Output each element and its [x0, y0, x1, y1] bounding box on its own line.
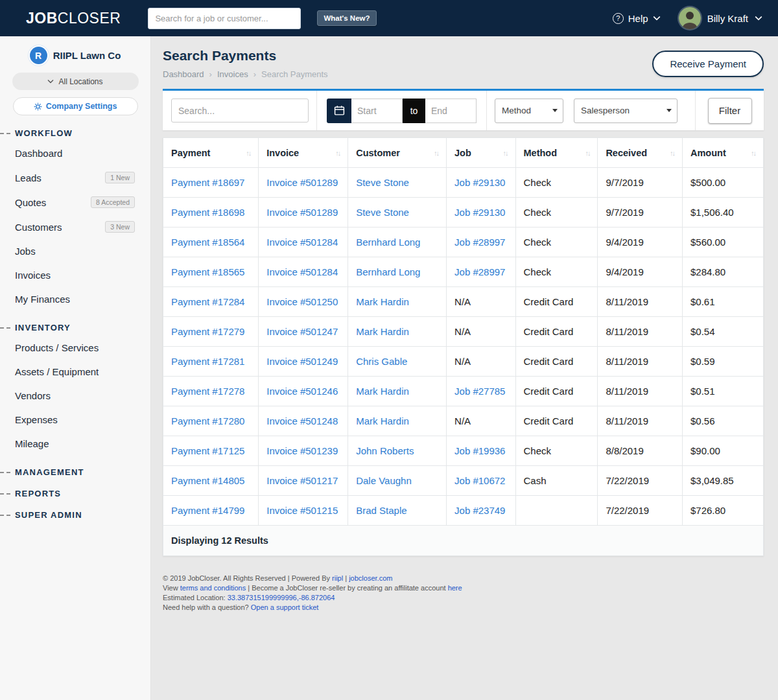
job-link[interactable]: Job #23749 — [454, 505, 505, 516]
company-settings-button[interactable]: Company Settings — [13, 97, 138, 115]
sidebar-item-vendors[interactable]: Vendors — [0, 384, 150, 408]
method-cell: Credit Card — [515, 317, 598, 347]
filter-search-input[interactable] — [171, 99, 309, 122]
filter-button[interactable]: Filter — [708, 98, 752, 124]
support-ticket-link[interactable]: Open a support ticket — [251, 603, 319, 611]
sidebar-item-invoices[interactable]: Invoices — [0, 263, 150, 287]
payment-link[interactable]: Payment #17281 — [171, 356, 244, 367]
customer-link[interactable]: Dale Vaughn — [356, 475, 412, 486]
payment-link[interactable]: Payment #18697 — [171, 177, 244, 188]
help-menu[interactable]: ? Help — [613, 13, 661, 24]
column-header-received[interactable]: Received↑↓ — [598, 138, 683, 168]
invoice-link[interactable]: Invoice #501249 — [266, 356, 338, 367]
job-cell: Job #29130 — [447, 168, 515, 198]
chevron-down-icon — [653, 16, 661, 21]
invoice-link[interactable]: Invoice #501289 — [266, 207, 338, 218]
customer-link[interactable]: Steve Stone — [356, 177, 409, 188]
sidebar-item-leads[interactable]: Leads1 New — [0, 165, 150, 190]
column-header-amount[interactable]: Amount↑↓ — [682, 138, 763, 168]
section-dash-icon — [0, 327, 10, 329]
method-select[interactable]: Method — [495, 99, 563, 123]
payment-link[interactable]: Payment #17279 — [171, 326, 244, 337]
invoice-link[interactable]: Invoice #501284 — [266, 266, 338, 277]
sidebar-item-customers[interactable]: Customers3 New — [0, 215, 150, 239]
customer-link[interactable]: Mark Hardin — [356, 296, 409, 307]
job-link[interactable]: Job #10672 — [454, 475, 505, 486]
calendar-button[interactable] — [327, 99, 351, 123]
job-link[interactable]: Job #27785 — [454, 386, 505, 397]
payment-link[interactable]: Payment #17280 — [171, 415, 244, 426]
affiliate-link[interactable]: here — [448, 584, 462, 592]
end-date-input[interactable] — [425, 99, 477, 123]
sidebar-item-quotes[interactable]: Quotes8 Accepted — [0, 190, 150, 215]
footer-text: | Become a JobCloser re-seller by creati… — [246, 584, 447, 592]
column-header-job[interactable]: Job↑↓ — [447, 138, 515, 168]
customer-cell: Dale Vaughn — [348, 466, 447, 496]
sidebar-item-assets-equipment[interactable]: Assets / Equipment — [0, 360, 150, 384]
customer-link[interactable]: Brad Staple — [356, 505, 407, 516]
method-cell: Check — [515, 436, 598, 466]
customer-link[interactable]: Mark Hardin — [356, 326, 409, 337]
sidebar-item-jobs[interactable]: Jobs — [0, 239, 150, 263]
invoice-link[interactable]: Invoice #501250 — [266, 296, 338, 307]
invoice-link[interactable]: Invoice #501239 — [266, 445, 338, 456]
payment-link[interactable]: Payment #17278 — [171, 386, 244, 397]
riipl-link[interactable]: riipl — [332, 574, 343, 582]
payment-cell: Payment #18697 — [163, 168, 259, 198]
payment-link[interactable]: Payment #18564 — [171, 237, 244, 248]
payment-link[interactable]: Payment #14805 — [171, 475, 244, 486]
user-menu[interactable]: Billy Kraft — [679, 7, 762, 29]
customer-link[interactable]: Steve Stone — [356, 207, 409, 218]
sidebar-item-products-services[interactable]: Products / Services — [0, 336, 150, 360]
column-header-method[interactable]: Method↑↓ — [515, 138, 598, 168]
payment-link[interactable]: Payment #17284 — [171, 296, 244, 307]
job-link[interactable]: Job #28997 — [454, 266, 505, 277]
sidebar-item-my-finances[interactable]: My Finances — [0, 287, 150, 311]
invoice-link[interactable]: Invoice #501247 — [266, 326, 338, 337]
app-logo[interactable]: JOBCLOSER — [26, 10, 121, 27]
job-link[interactable]: Job #29130 — [454, 177, 505, 188]
invoice-link[interactable]: Invoice #501289 — [266, 177, 338, 188]
receive-payment-button[interactable]: Receive Payment — [652, 51, 764, 77]
salesperson-select[interactable]: Salesperson — [574, 99, 678, 123]
sidebar-item-dashboard[interactable]: Dashboard — [0, 141, 150, 165]
payment-link[interactable]: Payment #17125 — [171, 445, 244, 456]
invoice-link[interactable]: Invoice #501248 — [266, 415, 338, 426]
footer-text: | — [343, 574, 349, 582]
top-navbar: JOBCLOSER What's New? ? Help Billy Kraft — [0, 0, 778, 36]
payment-link[interactable]: Payment #18698 — [171, 207, 244, 218]
terms-link[interactable]: terms and conditions — [180, 584, 246, 592]
customer-link[interactable]: Mark Hardin — [356, 386, 409, 397]
invoice-link[interactable]: Invoice #501217 — [266, 475, 338, 486]
global-search-input[interactable] — [148, 8, 301, 29]
all-locations-dropdown[interactable]: All Locations — [12, 73, 139, 90]
customer-link[interactable]: Bernhard Long — [356, 266, 420, 277]
sidebar-section-management: MANAGEMENT — [0, 467, 150, 477]
column-header-customer[interactable]: Customer↑↓ — [348, 138, 447, 168]
job-link[interactable]: Job #29130 — [454, 207, 505, 218]
column-header-invoice[interactable]: Invoice↑↓ — [259, 138, 348, 168]
payment-link[interactable]: Payment #18565 — [171, 266, 244, 277]
sidebar-item-expenses[interactable]: Expenses — [0, 408, 150, 432]
job-link[interactable]: Job #28997 — [454, 237, 505, 248]
jobcloser-link[interactable]: jobcloser.com — [349, 574, 392, 582]
breadcrumb-dashboard[interactable]: Dashboard — [163, 69, 204, 79]
sidebar-item-mileage[interactable]: Mileage — [0, 432, 150, 456]
job-link[interactable]: Job #19936 — [454, 445, 505, 456]
column-header-payment[interactable]: Payment↑↓ — [163, 138, 259, 168]
customer-link[interactable]: John Roberts — [356, 445, 414, 456]
location-link[interactable]: 33.387315199999996,-86.872064 — [228, 594, 335, 601]
breadcrumb-invoices[interactable]: Invoices — [217, 69, 248, 79]
invoice-link[interactable]: Invoice #501215 — [266, 505, 338, 516]
company-switcher[interactable]: R RIIPL Lawn Co — [0, 47, 150, 64]
invoice-link[interactable]: Invoice #501284 — [266, 237, 338, 248]
sort-icon: ↑↓ — [503, 149, 508, 157]
customer-link[interactable]: Chris Gable — [356, 356, 407, 367]
customer-link[interactable]: Bernhard Long — [356, 237, 420, 248]
invoice-link[interactable]: Invoice #501246 — [266, 386, 338, 397]
customer-link[interactable]: Mark Hardin — [356, 415, 409, 426]
whats-new-button[interactable]: What's New? — [317, 10, 376, 26]
start-date-input[interactable] — [351, 99, 403, 123]
payment-link[interactable]: Payment #14799 — [171, 505, 244, 516]
received-cell: 8/11/2019 — [598, 347, 683, 377]
